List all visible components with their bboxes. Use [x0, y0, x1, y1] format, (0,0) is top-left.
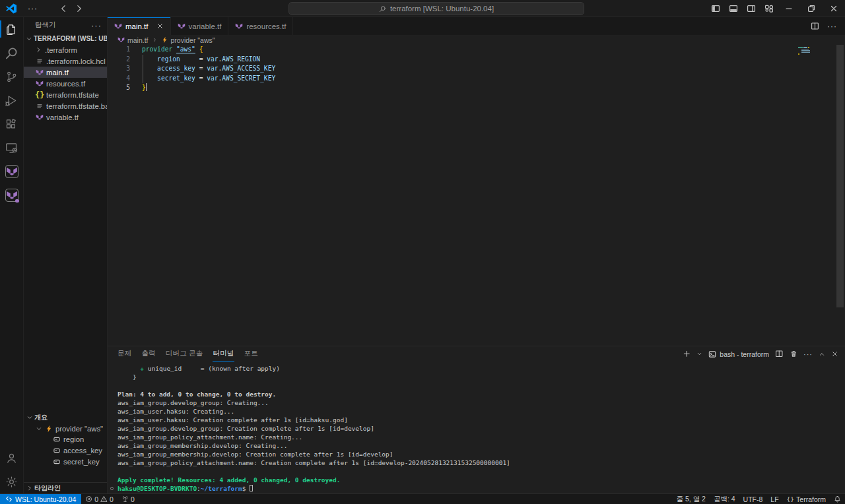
remote-indicator[interactable]: WSL: Ubuntu-20.04	[0, 494, 81, 504]
eol-status[interactable]: LF	[766, 494, 782, 504]
split-editor-icon[interactable]	[811, 22, 819, 30]
language-mode-status[interactable]: {} Terraform	[783, 494, 830, 504]
activity-extensions-icon[interactable]	[0, 112, 23, 136]
toggle-secondary-sidebar-icon[interactable]	[742, 0, 760, 16]
file-tree-item[interactable]: terraform.tfstate.back...	[24, 100, 107, 111]
editor-scrollbar[interactable]	[836, 45, 844, 307]
menubar-more-button[interactable]: ···	[22, 2, 43, 15]
file-tree: .terraform.terraform.lock.hclmain.tfreso…	[24, 44, 107, 123]
terminal-line: aws_iam_group.develop_group: Creating...	[118, 398, 845, 407]
terminal-output[interactable]: + unique_id = (known after apply) }Plan:…	[108, 362, 845, 493]
terraform-icon	[35, 113, 44, 121]
editor-more-actions-icon[interactable]: ···	[827, 22, 837, 31]
activity-settings-gear-icon[interactable]	[0, 470, 23, 493]
panel-tab-출력[interactable]: 출력	[141, 346, 155, 362]
panel-tab-디버그 콘솔[interactable]: 디버그 콘솔	[166, 346, 203, 362]
cursor-position-status[interactable]: 줄 5, 열 2	[673, 494, 710, 504]
problems-status[interactable]: 0 0	[81, 494, 118, 504]
activity-terraform-view-icon[interactable]	[0, 160, 23, 183]
activity-terraform-cloud-icon[interactable]	[0, 183, 23, 207]
remote-explorer-icon	[5, 141, 18, 155]
panel-tab-문제[interactable]: 문제	[118, 346, 131, 362]
line-number[interactable]: 1	[108, 45, 142, 55]
file-tree-item[interactable]: .terraform.lock.hcl	[24, 55, 107, 67]
minimize-button[interactable]	[778, 0, 800, 16]
sidebar-more-icon[interactable]: ···	[91, 20, 102, 30]
panel-tabs: 문제출력디버그 콘솔터미널포트	[118, 346, 258, 362]
terminal-line	[118, 467, 845, 476]
indentation-status[interactable]: 공백: 4	[710, 494, 739, 504]
activity-explorer-icon[interactable]	[0, 17, 23, 41]
tab-label: resources.tf	[246, 22, 286, 30]
error-count: 0	[94, 495, 98, 503]
tab-variable.tf[interactable]: variable.tf	[171, 17, 229, 35]
ports-status[interactable]: 0	[118, 494, 139, 504]
command-center-search[interactable]: terraform [WSL: Ubuntu-20.04]	[288, 2, 584, 15]
maximize-panel-icon[interactable]	[819, 351, 825, 358]
back-arrow-icon[interactable]	[59, 4, 68, 13]
minimap[interactable]	[798, 47, 814, 55]
line-number[interactable]: 5	[108, 83, 142, 93]
kill-terminal-icon[interactable]	[790, 350, 798, 358]
toggle-panel-icon[interactable]	[724, 0, 742, 16]
split-terminal-icon[interactable]	[775, 350, 784, 358]
outline-item[interactable]: provider "aws"	[24, 423, 107, 434]
customize-layout-icon[interactable]	[760, 0, 778, 16]
outline-item[interactable]: secret_key	[24, 456, 107, 467]
breadcrumb-item[interactable]: main.tf	[118, 36, 149, 44]
line-number[interactable]: 4	[108, 74, 142, 84]
chevron-right-icon	[26, 485, 33, 491]
chevron-right-icon	[152, 37, 158, 43]
activity-search-icon[interactable]	[0, 41, 23, 65]
outline-item[interactable]: access_key	[24, 445, 107, 457]
breadcrumb[interactable]: main.tfprovider "aws"	[108, 35, 845, 45]
file-tree-item[interactable]: .terraform	[24, 44, 107, 55]
outline-item[interactable]: region	[24, 434, 107, 445]
notifications-bell[interactable]	[830, 494, 845, 504]
close-window-button[interactable]	[823, 0, 845, 16]
chevron-down-icon	[35, 425, 42, 432]
file-tree-item[interactable]: variable.tf	[24, 111, 107, 123]
activity-run-debug-icon[interactable]	[0, 88, 23, 112]
file-tree-item[interactable]: {}terraform.tfstate	[24, 89, 107, 100]
activity-bar	[0, 17, 24, 493]
panel-more-actions-icon[interactable]: ···	[803, 350, 813, 358]
code-line: 2 region = var.AWS_REGION	[108, 55, 845, 65]
activity-source-control-icon[interactable]	[0, 65, 23, 88]
search-icon	[5, 46, 18, 60]
activity-account-icon[interactable]	[0, 446, 23, 470]
workspace-section-header[interactable]: TERRAFORM [WSL: UBUN...	[24, 33, 107, 44]
source-control-icon	[5, 70, 18, 84]
file-tree-item[interactable]: main.tf	[24, 67, 107, 78]
file-tree-item[interactable]: resources.tf	[24, 78, 107, 89]
outline-tree: provider "aws"regionaccess_keysecret_key	[24, 423, 107, 467]
search-text: terraform [WSL: Ubuntu-20.04]	[390, 5, 494, 13]
tab-resources.tf[interactable]: resources.tf	[228, 17, 293, 35]
outline-section-header[interactable]: 개요	[24, 412, 107, 423]
close-panel-icon[interactable]	[831, 350, 838, 358]
code-editor[interactable]: 1provider "aws" {2 region = var.AWS_REGI…	[108, 45, 845, 346]
panel-tab-포트[interactable]: 포트	[244, 346, 258, 362]
encoding-status[interactable]: UTF-8	[739, 494, 767, 504]
restore-button[interactable]	[800, 0, 823, 16]
radio-tower-icon	[121, 495, 129, 503]
command-decoration-icon[interactable]	[110, 487, 114, 490]
close-tab-icon[interactable]	[156, 22, 164, 30]
line-number[interactable]: 3	[108, 64, 142, 74]
breadcrumb-label: main.tf	[127, 36, 149, 44]
file-name: terraform.tfstate.back...	[46, 102, 107, 110]
panel-actions: bash - terraform ···	[683, 350, 838, 358]
terraform-cloud-icon	[5, 189, 18, 202]
panel-tab-터미널[interactable]: 터미널	[213, 346, 234, 362]
breadcrumb-item[interactable]: provider "aws"	[161, 36, 215, 44]
outline-label: provider "aws"	[55, 425, 103, 433]
line-number[interactable]: 2	[108, 55, 142, 65]
terminal-list-item[interactable]: bash - terraform	[708, 350, 769, 358]
activity-remote-explorer-icon[interactable]	[0, 136, 23, 160]
toggle-sidebar-icon[interactable]	[706, 0, 724, 16]
terminal-dropdown-chevron-icon[interactable]	[696, 351, 702, 357]
timeline-section-header[interactable]: 타임라인	[24, 482, 107, 493]
forward-arrow-icon[interactable]	[75, 4, 84, 13]
tab-main.tf[interactable]: main.tf	[108, 17, 171, 35]
new-terminal-icon[interactable]	[683, 350, 691, 358]
